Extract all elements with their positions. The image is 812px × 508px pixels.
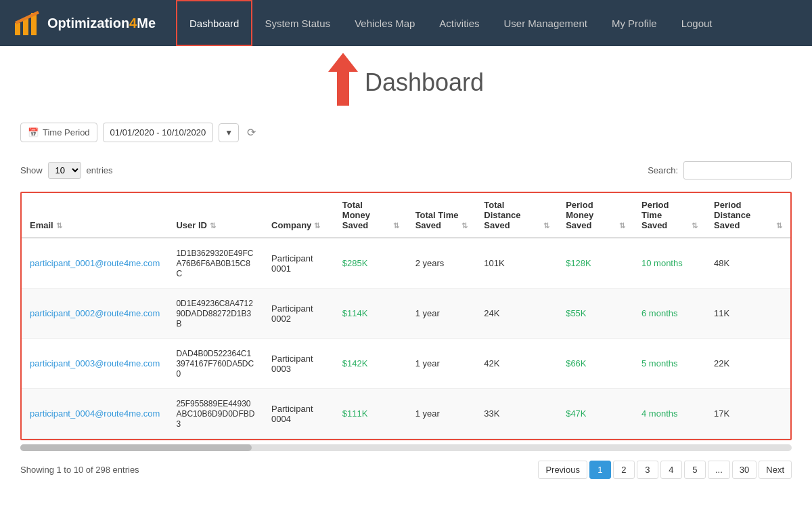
cell-period-time: 6 months	[633, 289, 706, 339]
email-link[interactable]: participant_0003@route4me.com	[30, 358, 160, 368]
data-table-wrapper: Email ⇅ User ID ⇅ Company ⇅	[20, 192, 792, 440]
col-total-money[interactable]: Total Money Saved ⇅	[334, 193, 407, 238]
nav-system-status[interactable]: System Status	[252, 0, 342, 46]
cell-total-money: $114K	[334, 289, 407, 339]
cell-userid: 25F955889EE44930ABC10B6D9D0DFBD3	[168, 389, 263, 439]
cell-company: Participant 0003	[263, 339, 334, 389]
col-email[interactable]: Email ⇅	[22, 193, 168, 238]
data-table: Email ⇅ User ID ⇅ Company ⇅	[22, 193, 790, 439]
entries-select[interactable]: 10 25 50	[48, 162, 81, 179]
col-user-id[interactable]: User ID ⇅	[168, 193, 263, 238]
cell-total-money: $111K	[334, 389, 407, 439]
pagination: Previous12345...30Next	[538, 461, 792, 479]
email-link[interactable]: participant_0004@route4me.com	[30, 408, 160, 419]
pagination-page-2[interactable]: 2	[613, 461, 635, 479]
table-row: participant_0002@route4me.com 0D1E49236C…	[22, 289, 790, 339]
col-total-time[interactable]: Total Time Saved ⇅	[407, 193, 476, 238]
page-title: Dashboard	[365, 68, 484, 97]
logo-icon	[14, 9, 41, 37]
cell-period-time: 10 months	[633, 238, 706, 289]
page-header: Dashboard	[20, 60, 792, 106]
pagination-page-5[interactable]: 5	[684, 461, 706, 479]
search-label: Search:	[648, 165, 678, 175]
search-input[interactable]	[683, 161, 792, 179]
sort-icon-company: ⇅	[314, 221, 320, 230]
time-period-label: Time Period	[43, 127, 90, 137]
sort-icon-period-money: ⇅	[619, 221, 625, 230]
user-id-text: 25F955889EE44930ABC10B6D9D0DFBD3	[176, 399, 254, 429]
cell-period-distance: 48K	[706, 238, 790, 289]
show-entries: Show 10 25 50 entries	[20, 162, 113, 179]
arrow-head	[328, 53, 358, 72]
cell-total-time: 2 years	[407, 238, 476, 289]
nav-vehicles-map[interactable]: Vehicles Map	[342, 0, 427, 46]
cell-period-money: $47K	[558, 389, 633, 439]
horizontal-scrollbar[interactable]	[20, 444, 792, 451]
refresh-button[interactable]: ⟳	[244, 123, 258, 142]
cell-total-time: 1 year	[407, 389, 476, 439]
entries-label: entries	[87, 165, 113, 175]
pagination-next[interactable]: Next	[759, 461, 792, 479]
user-id-text: 1D1B3629320E49FCA76B6F6AB0B15C8C	[176, 249, 253, 278]
pagination-page-1[interactable]: 1	[589, 461, 611, 479]
main-content: Dashboard 📅 Time Period 01/01/2020 - 10/…	[0, 46, 812, 508]
show-label: Show	[20, 165, 43, 175]
cell-period-distance: 22K	[706, 339, 790, 389]
pagination-page-30[interactable]: 30	[732, 461, 757, 479]
sort-icon-period-time: ⇅	[692, 221, 698, 230]
email-link[interactable]: participant_0001@route4me.com	[30, 258, 160, 268]
showing-text: Showing 1 to 10 of 298 entries	[20, 465, 139, 475]
nav-user-management[interactable]: User Management	[492, 0, 600, 46]
pagination-previous[interactable]: Previous	[538, 461, 587, 479]
date-range-dropdown[interactable]: ▼	[219, 123, 239, 142]
cell-total-distance: 33K	[476, 389, 558, 439]
cell-email: participant_0001@route4me.com	[22, 238, 168, 289]
cell-period-time: 5 months	[633, 339, 706, 389]
nav-logout[interactable]: Logout	[669, 0, 725, 46]
time-period-button[interactable]: 📅 Time Period	[20, 123, 97, 142]
logo-highlight: 4	[129, 16, 137, 30]
table-footer: Showing 1 to 10 of 298 entries Previous1…	[20, 461, 792, 479]
table-row: participant_0003@route4me.com DAD4B0D522…	[22, 339, 790, 389]
search-area: Search:	[648, 161, 792, 179]
col-period-distance[interactable]: Period Distance Saved ⇅	[706, 193, 790, 238]
logo: Optimization4Me	[14, 9, 156, 37]
table-row: participant_0004@route4me.com 25F955889E…	[22, 389, 790, 439]
cell-total-distance: 24K	[476, 289, 558, 339]
logo-text: Optimization4Me	[47, 16, 156, 31]
nav-links: Dashboard System Status Vehicles Map Act…	[176, 0, 798, 46]
sort-icon-email: ⇅	[56, 221, 62, 230]
cell-company: Participant 0004	[263, 389, 334, 439]
cell-total-money: $285K	[334, 238, 407, 289]
cell-period-money: $55K	[558, 289, 633, 339]
table-body: participant_0001@route4me.com 1D1B362932…	[22, 238, 790, 439]
cell-period-money: $66K	[558, 339, 633, 389]
calendar-icon: 📅	[28, 127, 39, 137]
nav-my-profile[interactable]: My Profile	[600, 0, 669, 46]
sort-icon-total-money: ⇅	[393, 221, 399, 230]
sort-icon-total-time: ⇅	[461, 221, 468, 230]
sort-icon-period-distance: ⇅	[776, 221, 782, 230]
cell-total-money: $142K	[334, 339, 407, 389]
pagination-page-4[interactable]: 4	[660, 461, 682, 479]
cell-total-distance: 101K	[476, 238, 558, 289]
col-company[interactable]: Company ⇅	[263, 193, 334, 238]
pagination-page-3[interactable]: 3	[637, 461, 658, 479]
col-period-money[interactable]: Period Money Saved ⇅	[558, 193, 633, 238]
nav-dashboard[interactable]: Dashboard	[176, 0, 252, 46]
cell-period-money: $128K	[558, 238, 633, 289]
nav-activities[interactable]: Activities	[427, 0, 491, 46]
sort-icon-userid: ⇅	[210, 221, 216, 230]
cell-period-distance: 11K	[706, 289, 790, 339]
email-link[interactable]: participant_0002@route4me.com	[30, 308, 160, 318]
arrow-shaft	[337, 72, 349, 106]
col-total-distance[interactable]: Total Distance Saved ⇅	[476, 193, 558, 238]
cell-period-time: 4 months	[633, 389, 706, 439]
cell-email: participant_0003@route4me.com	[22, 339, 168, 389]
user-id-text: DAD4B0D522364C13974167F760DA5DC0	[176, 349, 254, 379]
cell-company: Participant 0002	[263, 289, 334, 339]
scrollbar-thumb	[20, 444, 252, 451]
date-range-display: 01/01/2020 - 10/10/2020	[103, 123, 214, 142]
navbar: Optimization4Me Dashboard System Status …	[0, 0, 812, 46]
col-period-time[interactable]: Period Time Saved ⇅	[633, 193, 706, 238]
